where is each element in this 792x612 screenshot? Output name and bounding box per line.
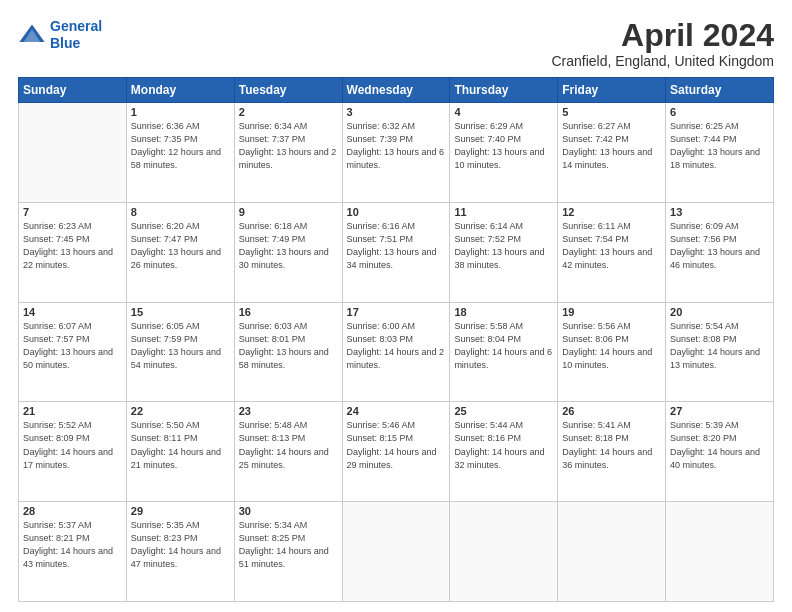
- logo-text: General Blue: [50, 18, 102, 52]
- day-info: Sunrise: 5:54 AM Sunset: 8:08 PM Dayligh…: [670, 320, 769, 372]
- day-info: Sunrise: 6:29 AM Sunset: 7:40 PM Dayligh…: [454, 120, 553, 172]
- calendar-cell: 5Sunrise: 6:27 AM Sunset: 7:42 PM Daylig…: [558, 103, 666, 203]
- day-number: 3: [347, 106, 446, 118]
- day-info: Sunrise: 6:14 AM Sunset: 7:52 PM Dayligh…: [454, 220, 553, 272]
- day-info: Sunrise: 5:44 AM Sunset: 8:16 PM Dayligh…: [454, 419, 553, 471]
- month-title: April 2024: [551, 18, 774, 53]
- calendar-cell: 27Sunrise: 5:39 AM Sunset: 8:20 PM Dayli…: [666, 402, 774, 502]
- calendar-cell: 25Sunrise: 5:44 AM Sunset: 8:16 PM Dayli…: [450, 402, 558, 502]
- day-number: 16: [239, 306, 338, 318]
- day-info: Sunrise: 6:16 AM Sunset: 7:51 PM Dayligh…: [347, 220, 446, 272]
- calendar-cell: 15Sunrise: 6:05 AM Sunset: 7:59 PM Dayli…: [126, 302, 234, 402]
- day-info: Sunrise: 5:41 AM Sunset: 8:18 PM Dayligh…: [562, 419, 661, 471]
- day-number: 26: [562, 405, 661, 417]
- day-info: Sunrise: 6:25 AM Sunset: 7:44 PM Dayligh…: [670, 120, 769, 172]
- day-info: Sunrise: 6:18 AM Sunset: 7:49 PM Dayligh…: [239, 220, 338, 272]
- day-info: Sunrise: 5:58 AM Sunset: 8:04 PM Dayligh…: [454, 320, 553, 372]
- calendar-cell: 29Sunrise: 5:35 AM Sunset: 8:23 PM Dayli…: [126, 502, 234, 602]
- day-number: 25: [454, 405, 553, 417]
- calendar-cell: 1Sunrise: 6:36 AM Sunset: 7:35 PM Daylig…: [126, 103, 234, 203]
- calendar-cell: 19Sunrise: 5:56 AM Sunset: 8:06 PM Dayli…: [558, 302, 666, 402]
- day-number: 29: [131, 505, 230, 517]
- calendar-cell: [342, 502, 450, 602]
- day-info: Sunrise: 5:34 AM Sunset: 8:25 PM Dayligh…: [239, 519, 338, 571]
- day-info: Sunrise: 6:07 AM Sunset: 7:57 PM Dayligh…: [23, 320, 122, 372]
- day-info: Sunrise: 6:34 AM Sunset: 7:37 PM Dayligh…: [239, 120, 338, 172]
- day-number: 1: [131, 106, 230, 118]
- day-number: 23: [239, 405, 338, 417]
- day-info: Sunrise: 6:27 AM Sunset: 7:42 PM Dayligh…: [562, 120, 661, 172]
- day-info: Sunrise: 5:56 AM Sunset: 8:06 PM Dayligh…: [562, 320, 661, 372]
- day-number: 11: [454, 206, 553, 218]
- calendar-week-3: 14Sunrise: 6:07 AM Sunset: 7:57 PM Dayli…: [19, 302, 774, 402]
- day-header-thursday: Thursday: [450, 78, 558, 103]
- day-number: 28: [23, 505, 122, 517]
- day-info: Sunrise: 5:39 AM Sunset: 8:20 PM Dayligh…: [670, 419, 769, 471]
- day-header-tuesday: Tuesday: [234, 78, 342, 103]
- calendar-cell: [450, 502, 558, 602]
- day-number: 12: [562, 206, 661, 218]
- day-number: 9: [239, 206, 338, 218]
- calendar-cell: 6Sunrise: 6:25 AM Sunset: 7:44 PM Daylig…: [666, 103, 774, 203]
- day-info: Sunrise: 6:36 AM Sunset: 7:35 PM Dayligh…: [131, 120, 230, 172]
- day-info: Sunrise: 5:35 AM Sunset: 8:23 PM Dayligh…: [131, 519, 230, 571]
- calendar-week-2: 7Sunrise: 6:23 AM Sunset: 7:45 PM Daylig…: [19, 202, 774, 302]
- calendar-cell: 14Sunrise: 6:07 AM Sunset: 7:57 PM Dayli…: [19, 302, 127, 402]
- day-number: 19: [562, 306, 661, 318]
- header: General Blue April 2024 Cranfield, Engla…: [18, 18, 774, 69]
- day-number: 4: [454, 106, 553, 118]
- calendar-cell: [558, 502, 666, 602]
- day-info: Sunrise: 5:52 AM Sunset: 8:09 PM Dayligh…: [23, 419, 122, 471]
- calendar-header-row: SundayMondayTuesdayWednesdayThursdayFrid…: [19, 78, 774, 103]
- calendar-cell: [19, 103, 127, 203]
- calendar-cell: 23Sunrise: 5:48 AM Sunset: 8:13 PM Dayli…: [234, 402, 342, 502]
- logo: General Blue: [18, 18, 102, 52]
- calendar-week-5: 28Sunrise: 5:37 AM Sunset: 8:21 PM Dayli…: [19, 502, 774, 602]
- calendar-cell: 2Sunrise: 6:34 AM Sunset: 7:37 PM Daylig…: [234, 103, 342, 203]
- day-info: Sunrise: 6:09 AM Sunset: 7:56 PM Dayligh…: [670, 220, 769, 272]
- day-number: 22: [131, 405, 230, 417]
- calendar-cell: 22Sunrise: 5:50 AM Sunset: 8:11 PM Dayli…: [126, 402, 234, 502]
- day-info: Sunrise: 6:11 AM Sunset: 7:54 PM Dayligh…: [562, 220, 661, 272]
- day-number: 5: [562, 106, 661, 118]
- calendar-cell: 13Sunrise: 6:09 AM Sunset: 7:56 PM Dayli…: [666, 202, 774, 302]
- day-info: Sunrise: 6:05 AM Sunset: 7:59 PM Dayligh…: [131, 320, 230, 372]
- calendar-week-4: 21Sunrise: 5:52 AM Sunset: 8:09 PM Dayli…: [19, 402, 774, 502]
- day-number: 6: [670, 106, 769, 118]
- day-number: 10: [347, 206, 446, 218]
- day-info: Sunrise: 6:20 AM Sunset: 7:47 PM Dayligh…: [131, 220, 230, 272]
- calendar-cell: 21Sunrise: 5:52 AM Sunset: 8:09 PM Dayli…: [19, 402, 127, 502]
- day-header-saturday: Saturday: [666, 78, 774, 103]
- day-number: 17: [347, 306, 446, 318]
- calendar-cell: 26Sunrise: 5:41 AM Sunset: 8:18 PM Dayli…: [558, 402, 666, 502]
- calendar-cell: 28Sunrise: 5:37 AM Sunset: 8:21 PM Dayli…: [19, 502, 127, 602]
- calendar-table: SundayMondayTuesdayWednesdayThursdayFrid…: [18, 77, 774, 602]
- day-number: 18: [454, 306, 553, 318]
- calendar-cell: [666, 502, 774, 602]
- day-header-sunday: Sunday: [19, 78, 127, 103]
- location: Cranfield, England, United Kingdom: [551, 53, 774, 69]
- day-number: 30: [239, 505, 338, 517]
- calendar-cell: 16Sunrise: 6:03 AM Sunset: 8:01 PM Dayli…: [234, 302, 342, 402]
- day-info: Sunrise: 6:00 AM Sunset: 8:03 PM Dayligh…: [347, 320, 446, 372]
- day-number: 14: [23, 306, 122, 318]
- day-info: Sunrise: 5:46 AM Sunset: 8:15 PM Dayligh…: [347, 419, 446, 471]
- calendar-cell: 20Sunrise: 5:54 AM Sunset: 8:08 PM Dayli…: [666, 302, 774, 402]
- day-header-wednesday: Wednesday: [342, 78, 450, 103]
- day-info: Sunrise: 6:03 AM Sunset: 8:01 PM Dayligh…: [239, 320, 338, 372]
- day-number: 13: [670, 206, 769, 218]
- calendar-cell: 30Sunrise: 5:34 AM Sunset: 8:25 PM Dayli…: [234, 502, 342, 602]
- calendar-cell: 3Sunrise: 6:32 AM Sunset: 7:39 PM Daylig…: [342, 103, 450, 203]
- logo-icon: [18, 21, 46, 49]
- page: General Blue April 2024 Cranfield, Engla…: [0, 0, 792, 612]
- calendar-cell: 8Sunrise: 6:20 AM Sunset: 7:47 PM Daylig…: [126, 202, 234, 302]
- day-number: 8: [131, 206, 230, 218]
- day-number: 7: [23, 206, 122, 218]
- calendar-cell: 4Sunrise: 6:29 AM Sunset: 7:40 PM Daylig…: [450, 103, 558, 203]
- day-header-monday: Monday: [126, 78, 234, 103]
- day-header-friday: Friday: [558, 78, 666, 103]
- day-number: 27: [670, 405, 769, 417]
- day-number: 2: [239, 106, 338, 118]
- calendar-cell: 10Sunrise: 6:16 AM Sunset: 7:51 PM Dayli…: [342, 202, 450, 302]
- calendar-cell: 18Sunrise: 5:58 AM Sunset: 8:04 PM Dayli…: [450, 302, 558, 402]
